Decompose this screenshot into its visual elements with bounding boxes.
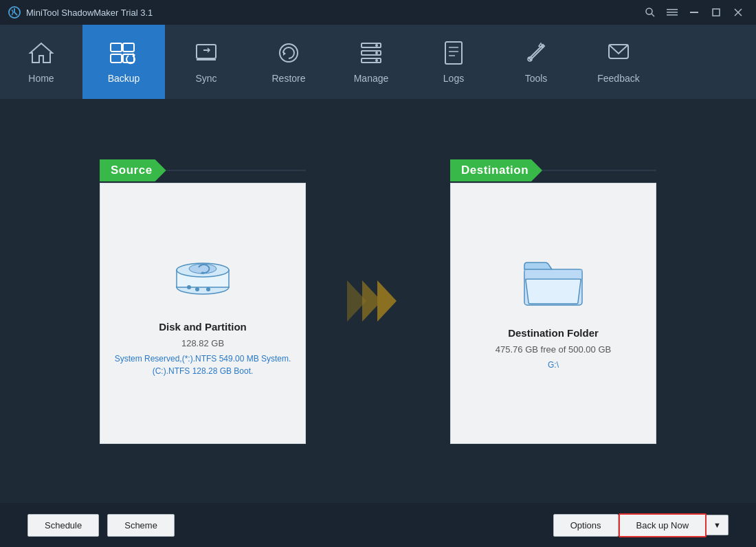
menu-button[interactable]: [663, 3, 682, 22]
destination-free: 475.76 GB free of 500.00 GB: [496, 344, 611, 355]
nav-manage-label: Manage: [354, 73, 389, 84]
svg-rect-12: [111, 54, 122, 63]
scheme-button[interactable]: Scheme: [107, 514, 175, 537]
svg-rect-6: [690, 12, 698, 13]
svg-rect-13: [123, 54, 134, 63]
nav-backup-label: Backup: [108, 73, 140, 84]
svg-point-21: [375, 52, 378, 54]
svg-rect-4: [667, 12, 678, 13]
destination-path: G:\: [548, 359, 559, 371]
svg-line-2: [652, 14, 654, 16]
svg-point-34: [195, 287, 199, 291]
source-header-label: Source: [100, 159, 166, 181]
svg-point-20: [375, 44, 378, 47]
nav-feedback[interactable]: Feedback: [577, 25, 660, 99]
source-size: 128.82 GB: [181, 338, 224, 348]
source-title: Disk and Partition: [159, 321, 247, 333]
app-icon: [8, 6, 21, 19]
app-title: MiniTool ShadowMaker Trial 3.1: [26, 8, 153, 18]
svg-rect-14: [197, 45, 216, 58]
bottom-left-buttons: Schedule Scheme: [27, 514, 175, 537]
source-detail: System Reserved,(*:).NTFS 549.00 MB Syst…: [114, 353, 291, 377]
title-bar: MiniTool ShadowMaker Trial 3.1: [0, 0, 756, 25]
search-button[interactable]: [641, 3, 660, 22]
nav-manage[interactable]: Manage: [330, 25, 412, 99]
svg-rect-7: [713, 9, 720, 16]
options-button[interactable]: Options: [553, 514, 619, 537]
svg-point-16: [280, 44, 298, 62]
backup-now-button[interactable]: Back up Now: [619, 513, 707, 537]
nav-sync-label: Sync: [195, 73, 216, 84]
nav-feedback-label: Feedback: [597, 73, 639, 84]
svg-marker-38: [377, 280, 397, 322]
svg-rect-5: [667, 14, 678, 16]
backup-icon: [109, 41, 138, 69]
schedule-button[interactable]: Schedule: [27, 514, 99, 537]
nav-restore[interactable]: Restore: [247, 25, 330, 99]
nav-logs-label: Logs: [443, 73, 464, 84]
minimize-button[interactable]: [685, 3, 704, 22]
nav-restore-label: Restore: [271, 73, 305, 84]
manage-icon: [359, 41, 383, 69]
destination-card[interactable]: Destination Destination Folder 475.76 GB…: [450, 158, 656, 444]
svg-point-33: [187, 285, 191, 289]
disk-icon: [168, 249, 237, 307]
nav-logs[interactable]: Logs: [412, 25, 495, 99]
nav-tools-label: Tools: [525, 73, 548, 84]
main-content: Source: [0, 99, 756, 503]
nav-bar: Home Backup Sync: [0, 25, 756, 99]
backup-dropdown-button[interactable]: ▼: [707, 515, 729, 535]
svg-rect-11: [123, 43, 134, 52]
bottom-right-buttons: Options Back up Now ▼: [553, 513, 729, 537]
source-header: Source: [100, 158, 306, 183]
svg-rect-3: [667, 9, 678, 10]
svg-rect-23: [445, 42, 462, 64]
svg-point-35: [206, 287, 210, 291]
close-button[interactable]: [729, 3, 748, 22]
maximize-button[interactable]: [707, 3, 726, 22]
sync-icon: [194, 41, 219, 69]
svg-rect-10: [111, 43, 122, 52]
folder-icon: [519, 256, 588, 313]
home-icon: [28, 41, 54, 69]
source-card[interactable]: Source: [100, 158, 306, 444]
nav-home-label: Home: [28, 73, 54, 84]
nav-home[interactable]: Home: [0, 25, 82, 99]
destination-title: Destination Folder: [508, 327, 599, 339]
bottom-bar: Schedule Scheme Options Back up Now ▼: [0, 503, 756, 547]
nav-sync[interactable]: Sync: [165, 25, 247, 99]
svg-point-22: [375, 59, 378, 62]
direction-arrows: [347, 280, 409, 322]
source-card-body[interactable]: Disk and Partition 128.82 GB System Rese…: [100, 183, 306, 444]
destination-header: Destination: [450, 158, 656, 183]
restore-icon: [276, 41, 301, 69]
svg-point-1: [646, 8, 652, 14]
destination-header-label: Destination: [450, 159, 542, 181]
destination-card-body[interactable]: Destination Folder 475.76 GB free of 500…: [450, 183, 656, 444]
logs-icon: [441, 41, 466, 69]
nav-backup[interactable]: Backup: [82, 25, 165, 99]
tools-icon: [524, 41, 548, 69]
nav-tools[interactable]: Tools: [495, 25, 577, 99]
feedback-icon: [606, 41, 631, 69]
